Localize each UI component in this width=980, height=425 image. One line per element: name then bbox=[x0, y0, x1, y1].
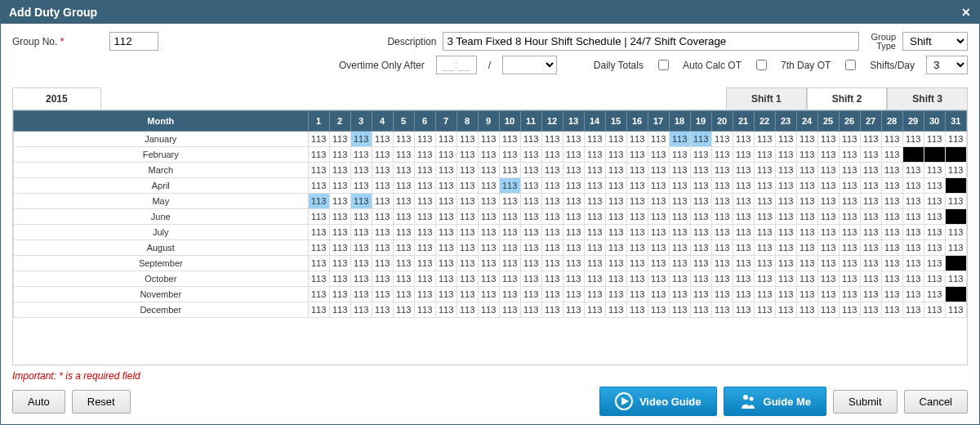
tab-shift-3[interactable]: Shift 3 bbox=[887, 87, 968, 110]
grid-cell[interactable]: 113 bbox=[626, 132, 648, 147]
grid-cell[interactable]: 113 bbox=[902, 209, 924, 225]
grid-cell[interactable]: 113 bbox=[881, 240, 902, 256]
grid-cell[interactable]: 113 bbox=[584, 271, 605, 287]
grid-cell[interactable]: 113 bbox=[584, 225, 605, 240]
grid-cell[interactable]: 113 bbox=[817, 163, 839, 178]
grid-cell[interactable]: 113 bbox=[902, 256, 924, 271]
grid-cell[interactable]: 113 bbox=[775, 225, 796, 240]
grid-cell[interactable]: 113 bbox=[520, 271, 541, 287]
grid-cell[interactable]: 113 bbox=[478, 271, 499, 287]
grid-cell[interactable]: 113 bbox=[350, 178, 372, 194]
grid-cell[interactable]: 113 bbox=[945, 194, 966, 209]
grid-cell[interactable]: 113 bbox=[881, 178, 902, 194]
grid-cell[interactable]: 113 bbox=[414, 209, 435, 225]
grid-cell[interactable]: 113 bbox=[733, 225, 754, 240]
grid-cell[interactable]: 113 bbox=[541, 271, 563, 287]
submit-button[interactable]: Submit bbox=[833, 390, 897, 414]
grid-cell[interactable]: 113 bbox=[839, 256, 860, 271]
grid-cell[interactable]: 113 bbox=[648, 163, 669, 178]
grid-cell[interactable]: 113 bbox=[839, 302, 860, 318]
grid-cell[interactable]: 113 bbox=[733, 302, 754, 318]
grid-cell[interactable]: 113 bbox=[817, 240, 839, 256]
grid-cell[interactable]: 113 bbox=[393, 147, 414, 163]
grid-cell[interactable]: 113 bbox=[924, 240, 945, 256]
grid-cell[interactable] bbox=[924, 147, 945, 163]
grid-cell[interactable]: 113 bbox=[733, 147, 754, 163]
grid-cell[interactable]: 113 bbox=[308, 178, 329, 194]
grid-cell[interactable]: 113 bbox=[478, 132, 499, 147]
grid-cell[interactable]: 113 bbox=[902, 132, 924, 147]
grid-cell[interactable]: 113 bbox=[860, 132, 881, 147]
grid-cell[interactable]: 113 bbox=[478, 302, 499, 318]
grid-cell[interactable]: 113 bbox=[902, 194, 924, 209]
daily-totals-checkbox[interactable] bbox=[658, 60, 669, 70]
grid-cell[interactable]: 113 bbox=[350, 240, 372, 256]
grid-cell[interactable]: 113 bbox=[860, 178, 881, 194]
grid-cell[interactable]: 113 bbox=[902, 271, 924, 287]
grid-cell[interactable]: 113 bbox=[393, 302, 414, 318]
grid-cell[interactable]: 113 bbox=[902, 287, 924, 302]
grid-cell[interactable]: 113 bbox=[690, 240, 711, 256]
grid-cell[interactable]: 113 bbox=[775, 194, 796, 209]
grid-cell[interactable]: 113 bbox=[414, 302, 435, 318]
grid-cell[interactable]: 113 bbox=[711, 225, 733, 240]
grid-cell[interactable]: 113 bbox=[669, 209, 690, 225]
cancel-button[interactable]: Cancel bbox=[904, 390, 968, 414]
grid-cell[interactable] bbox=[945, 256, 966, 271]
grid-cell[interactable]: 113 bbox=[626, 302, 648, 318]
grid-cell[interactable]: 113 bbox=[881, 147, 902, 163]
grid-cell[interactable]: 113 bbox=[372, 271, 393, 287]
grid-cell[interactable]: 113 bbox=[902, 163, 924, 178]
grid-cell[interactable]: 113 bbox=[478, 240, 499, 256]
grid-cell[interactable]: 113 bbox=[775, 256, 796, 271]
grid-cell[interactable]: 113 bbox=[541, 209, 563, 225]
grid-cell[interactable]: 113 bbox=[839, 240, 860, 256]
grid-cell[interactable]: 113 bbox=[669, 147, 690, 163]
grid-cell[interactable]: 113 bbox=[563, 271, 584, 287]
grid-cell[interactable]: 113 bbox=[881, 287, 902, 302]
grid-cell[interactable]: 113 bbox=[414, 147, 435, 163]
grid-cell[interactable]: 113 bbox=[775, 302, 796, 318]
grid-cell[interactable]: 113 bbox=[308, 132, 329, 147]
grid-cell[interactable]: 113 bbox=[881, 256, 902, 271]
grid-cell[interactable]: 113 bbox=[711, 132, 733, 147]
grid-cell[interactable]: 113 bbox=[711, 302, 733, 318]
grid-cell[interactable]: 113 bbox=[605, 240, 626, 256]
grid-cell[interactable]: 113 bbox=[520, 240, 541, 256]
grid-cell[interactable]: 113 bbox=[541, 256, 563, 271]
grid-cell[interactable]: 113 bbox=[584, 256, 605, 271]
grid-cell[interactable]: 113 bbox=[329, 132, 350, 147]
grid-cell[interactable]: 113 bbox=[308, 256, 329, 271]
grid-cell[interactable]: 113 bbox=[839, 225, 860, 240]
reset-button[interactable]: Reset bbox=[72, 390, 131, 414]
grid-cell[interactable]: 113 bbox=[881, 225, 902, 240]
grid-cell[interactable]: 113 bbox=[924, 302, 945, 318]
grid-cell[interactable]: 113 bbox=[350, 256, 372, 271]
tab-shift-1[interactable]: Shift 1 bbox=[726, 87, 807, 110]
grid-cell[interactable]: 113 bbox=[754, 163, 775, 178]
grid-cell[interactable]: 113 bbox=[457, 147, 478, 163]
grid-cell[interactable]: 113 bbox=[308, 209, 329, 225]
grid-cell[interactable]: 113 bbox=[435, 178, 457, 194]
overtime-unit-select[interactable] bbox=[502, 56, 557, 74]
grid-cell[interactable]: 113 bbox=[817, 225, 839, 240]
grid-cell[interactable]: 113 bbox=[457, 287, 478, 302]
grid-cell[interactable] bbox=[945, 287, 966, 302]
grid-cell[interactable]: 113 bbox=[796, 147, 817, 163]
grid-cell[interactable]: 113 bbox=[478, 163, 499, 178]
grid-cell[interactable]: 113 bbox=[457, 302, 478, 318]
grid-cell[interactable]: 113 bbox=[308, 302, 329, 318]
grid-cell[interactable]: 113 bbox=[775, 209, 796, 225]
grid-cell[interactable]: 113 bbox=[478, 178, 499, 194]
grid-cell[interactable]: 113 bbox=[817, 178, 839, 194]
grid-cell[interactable]: 113 bbox=[775, 271, 796, 287]
grid-cell[interactable]: 113 bbox=[648, 194, 669, 209]
grid-cell[interactable]: 113 bbox=[520, 132, 541, 147]
grid-cell[interactable]: 113 bbox=[563, 178, 584, 194]
grid-cell[interactable]: 113 bbox=[754, 194, 775, 209]
grid-cell[interactable]: 113 bbox=[754, 178, 775, 194]
grid-cell[interactable]: 113 bbox=[626, 240, 648, 256]
grid-cell[interactable]: 113 bbox=[329, 256, 350, 271]
grid-cell[interactable]: 113 bbox=[605, 147, 626, 163]
grid-cell[interactable]: 113 bbox=[478, 147, 499, 163]
